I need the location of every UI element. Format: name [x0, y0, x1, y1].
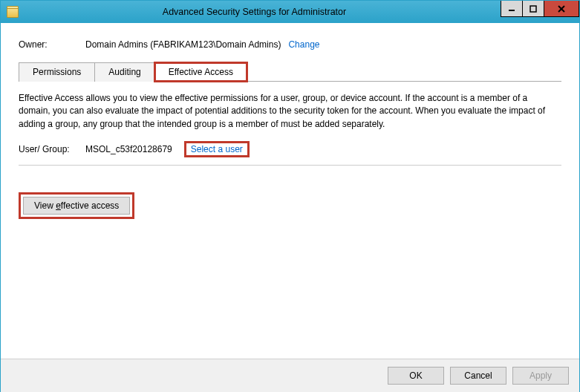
user-group-label: User/ Group: [19, 144, 85, 154]
close-icon [557, 4, 566, 13]
tab-permissions[interactable]: Permissions [19, 62, 95, 82]
dialog-content: Owner: Domain Admins (FABRIKAM123\Domain… [1, 23, 579, 226]
view-effective-access-highlight: View effective access [19, 192, 134, 219]
apply-button[interactable]: Apply [512, 367, 569, 385]
window-title: Advanced Security Settings for Administr… [19, 7, 579, 17]
tab-strip: Permissions Auditing Effective Access [19, 62, 561, 82]
tab-effective-access[interactable]: Effective Access [154, 62, 247, 82]
svg-rect-1 [530, 6, 536, 12]
separator [19, 165, 561, 166]
title-bar: Advanced Security Settings for Administr… [1, 1, 579, 23]
minimize-button[interactable] [501, 1, 523, 17]
ok-button[interactable]: OK [388, 367, 444, 385]
view-effective-access-button[interactable]: View effective access [23, 197, 130, 215]
window-controls [501, 1, 579, 17]
user-group-value: MSOL_c53f20128679 [85, 144, 172, 154]
close-button[interactable] [544, 1, 579, 17]
minimize-icon [508, 5, 515, 13]
effective-access-description: Effective Access allows you to view the … [19, 92, 561, 131]
owner-row: Owner: Domain Admins (FABRIKAM123\Domain… [19, 39, 561, 50]
maximize-icon [530, 5, 537, 13]
owner-value: Domain Admins (FABRIKAM123\Domain Admins… [85, 39, 281, 50]
owner-label: Owner: [19, 39, 85, 50]
dialog-footer: OK Cancel Apply [1, 359, 579, 392]
change-owner-link[interactable]: Change [288, 39, 319, 50]
user-group-row: User/ Group: MSOL_c53f20128679 Select a … [19, 141, 561, 157]
select-user-link[interactable]: Select a user [184, 141, 250, 157]
tab-auditing[interactable]: Auditing [94, 62, 154, 82]
cancel-button[interactable]: Cancel [450, 367, 506, 385]
folder-icon [7, 6, 19, 18]
maximize-button[interactable] [522, 1, 544, 17]
